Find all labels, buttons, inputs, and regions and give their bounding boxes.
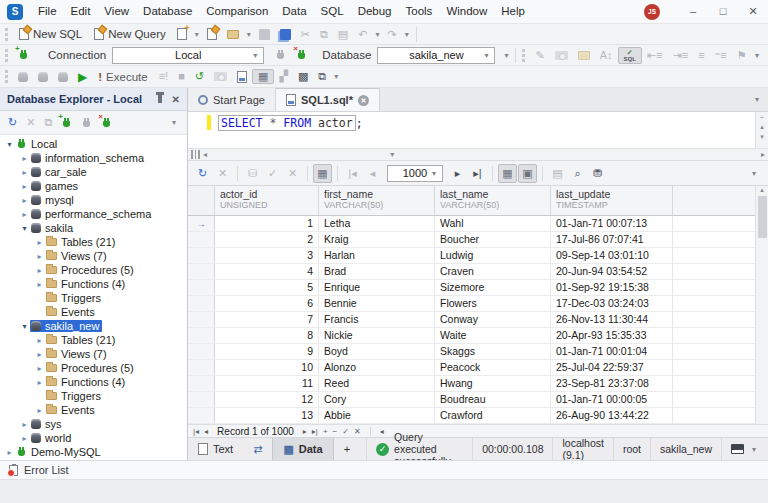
table-row[interactable]: 7FrancisConway26-Nov-13 11:30:44 <box>188 312 755 328</box>
cell-actor_id[interactable]: 3 <box>215 248 319 263</box>
tree-item-functions-4-[interactable]: ▸Functions (4) <box>0 375 187 389</box>
splitter-icon[interactable]: ÷ <box>760 114 764 121</box>
new-window-button[interactable]: ⧉ <box>313 69 331 84</box>
cell-last_name[interactable]: Conway <box>435 312 551 327</box>
cell-last_update[interactable]: 26-Aug-90 13:44:22 <box>551 408 673 423</box>
explorer-refresh-icon[interactable]: ↻ <box>8 117 17 128</box>
table-row[interactable]: 4BradCraven20-Jun-94 03:54:52 <box>188 264 755 280</box>
undo-dropdown[interactable]: ▾ <box>372 30 382 39</box>
collapse-arrow-icon[interactable]: ▾ <box>19 224 30 233</box>
snippets-button[interactable] <box>573 49 595 62</box>
redo-button[interactable]: ↷ <box>383 27 402 42</box>
expand-arrow-icon[interactable]: ▸ <box>34 252 45 261</box>
window-mode-button[interactable]: ▾ <box>721 438 768 460</box>
cell-last_name[interactable]: Hwang <box>435 376 551 391</box>
hscroll-right-icon[interactable]: ▸ <box>761 150 768 159</box>
cell-last_update[interactable]: 20-Apr-93 15:35:33 <box>551 328 673 343</box>
record-cancel-button[interactable]: ✕ <box>354 427 361 436</box>
tree-item-triggers[interactable]: Triggers <box>0 389 187 403</box>
cell-first_name[interactable]: Enrique <box>319 280 435 295</box>
sql-editor[interactable]: SELECT * FROM actor; ÷ ▴ ▾ <box>188 112 768 148</box>
tree-item-performance-schema[interactable]: ▸performance_schema <box>0 207 187 221</box>
bookmark-button[interactable]: ⚑ <box>732 48 752 63</box>
run-button[interactable]: ▶ <box>73 69 92 85</box>
tree-item-events[interactable]: Events <box>0 305 187 319</box>
discard-changes-button[interactable]: ✕ <box>283 164 302 183</box>
new-document-dropdown[interactable]: ▾ <box>192 30 202 39</box>
cell-last_update[interactable]: 09-Sep-14 03:01:10 <box>551 248 673 263</box>
database-select[interactable]: sakila_new ▾ <box>377 47 495 64</box>
cell-first_name[interactable]: Kraig <box>319 232 435 247</box>
cell-last_name[interactable]: Peacock <box>435 360 551 375</box>
window-mode-dropdown[interactable]: ▾ <box>749 445 759 454</box>
cell-actor_id[interactable]: 1 <box>215 216 319 231</box>
tab-data[interactable]: ▦ Data <box>272 438 333 460</box>
execute-toolbar-dropdown[interactable]: ▾ <box>331 72 341 81</box>
table-row[interactable]: 10AlonzoPeacock25-Jul-04 22:59:37 <box>188 360 755 376</box>
scrollbar-thumb[interactable] <box>758 196 767 238</box>
cell-first_name[interactable]: Reed <box>319 376 435 391</box>
menu-item-comparison[interactable]: Comparison <box>199 0 275 23</box>
paging-mode-button[interactable]: ▦ <box>313 164 332 183</box>
tree-item-sakila-new[interactable]: ▾sakila_new <box>0 319 187 333</box>
column-header-last_update[interactable]: last_updateTIMESTAMP <box>551 186 673 215</box>
record-insert-button[interactable]: + <box>323 427 328 436</box>
collapse-arrow-icon[interactable]: ▾ <box>4 140 15 149</box>
explorer-connect-icon[interactable] <box>81 117 92 129</box>
expand-arrow-icon[interactable]: ▸ <box>19 210 30 219</box>
cell-actor_id[interactable]: 10 <box>215 360 319 375</box>
new-query-button[interactable]: New Query <box>88 26 172 42</box>
user-avatar[interactable]: JS <box>644 4 660 20</box>
new-document-button[interactable] <box>172 26 192 42</box>
table-row[interactable]: 13AbbieCrawford26-Aug-90 13:44:22 <box>188 408 755 424</box>
expand-arrow-icon[interactable]: ▸ <box>34 238 45 247</box>
tree-item-games[interactable]: ▸games <box>0 179 187 193</box>
increase-indent-button[interactable]: ⇥≡ <box>667 48 693 63</box>
expand-arrow-icon[interactable]: ▸ <box>19 434 30 443</box>
copy-button[interactable]: ⧉ <box>315 27 333 42</box>
new-sql-button[interactable]: New SQL <box>13 26 88 42</box>
grid-vertical-scrollbar[interactable]: ▴ <box>755 186 768 424</box>
cell-last_name[interactable]: Boudreau <box>435 392 551 407</box>
cell-last_name[interactable]: Ludwig <box>435 248 551 263</box>
connect-button[interactable] <box>270 47 291 63</box>
record-last-button[interactable]: ▸| <box>312 427 318 436</box>
tree-item-tables-21-[interactable]: ▸Tables (21) <box>0 235 187 249</box>
uncomment-lines-button[interactable]: ⁼≡ <box>710 48 732 63</box>
cell-first_name[interactable]: Abbie <box>319 408 435 423</box>
explorer-toolbar-dropdown[interactable]: ▾ <box>169 118 179 127</box>
menu-item-window[interactable]: Window <box>439 0 494 23</box>
record-prev-button[interactable]: ◂ <box>204 427 208 436</box>
cell-actor_id[interactable]: 12 <box>215 392 319 407</box>
column-header-first_name[interactable]: first_nameVARCHAR(50) <box>319 186 435 215</box>
scroll-down-icon[interactable]: ▾ <box>760 133 764 141</box>
cell-actor_id[interactable]: 7 <box>215 312 319 327</box>
tab-text[interactable]: Text <box>188 438 243 460</box>
explorer-delete-icon[interactable]: ✕ <box>26 117 35 128</box>
chart-button[interactable]: ▩ <box>293 69 313 84</box>
table-row[interactable]: 6BennieFlowers17-Dec-03 03:24:03 <box>188 296 755 312</box>
card-view-button[interactable]: ▣ <box>518 164 537 183</box>
cell-actor_id[interactable]: 8 <box>215 328 319 343</box>
error-list-bar[interactable]: Error List <box>0 460 768 479</box>
results-cancel-button[interactable]: ✕ <box>213 164 232 183</box>
tree-item-events[interactable]: ▸Events <box>0 403 187 417</box>
expand-arrow-icon[interactable]: ▸ <box>34 406 45 415</box>
sql-code-line[interactable]: SELECT * FROM actor; <box>218 116 363 130</box>
tree-item-local[interactable]: ▾Local <box>0 137 187 151</box>
undo-button[interactable]: ↶ <box>353 27 372 42</box>
tree-item-functions-4-[interactable]: ▸Functions (4) <box>0 277 187 291</box>
results-toolbar-dropdown[interactable]: ▾ <box>749 169 759 178</box>
cell-last_update[interactable]: 23-Sep-81 23:37:08 <box>551 376 673 391</box>
transpose-button[interactable]: ▤ <box>548 164 567 183</box>
tree-item-sakila[interactable]: ▾sakila <box>0 221 187 235</box>
table-row[interactable]: →1LethaWahl01-Jan-71 00:07:13 <box>188 216 755 232</box>
menu-item-edit[interactable]: Edit <box>64 0 98 23</box>
cell-actor_id[interactable]: 4 <box>215 264 319 279</box>
disconnect-button[interactable]: × <box>291 47 312 63</box>
refresh-database-button[interactable] <box>33 70 53 84</box>
cut-button[interactable]: ✂ <box>296 27 315 42</box>
editor-scroll-controls[interactable]: ÷ ▴ ▾ <box>755 112 768 148</box>
editor-horizontal-scrollbar[interactable]: ◂ ▾ ▸ <box>188 148 768 161</box>
cell-last_update[interactable]: 20-Jun-94 03:54:52 <box>551 264 673 279</box>
